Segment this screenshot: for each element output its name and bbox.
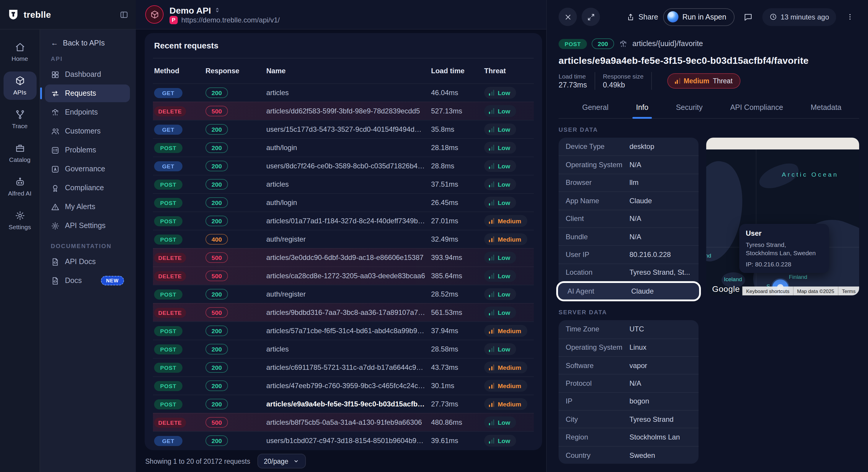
page-size-select[interactable]: 20/page <box>257 454 306 468</box>
threat-badge: Low <box>484 416 516 428</box>
sidebar-item-docs[interactable]: DocsNEW <box>45 272 130 290</box>
method-badge: POST <box>154 399 182 409</box>
request-row[interactable]: GET200articles46.04msLow <box>153 83 534 101</box>
request-row[interactable]: DELETE500articles/b8f75cb5-0a5a-31a4-a13… <box>153 413 534 431</box>
request-name: articles/c6911785-5721-311c-a7dd-b17a664… <box>266 363 431 372</box>
server-data-row-city: CityTyreso Strand <box>559 410 699 428</box>
status-badge: 200 <box>206 399 228 409</box>
request-row[interactable]: DELETE500articles/ca28cd8e-1272-3205-aa0… <box>153 266 534 285</box>
sidebar-item-requests[interactable]: Requests <box>45 85 130 102</box>
map-label-partial: nd <box>706 252 711 259</box>
brand-name: treblle <box>24 9 51 20</box>
close-button[interactable] <box>559 8 577 26</box>
request-row[interactable]: GET200users/15c177d3-5473-3527-9cd0-4015… <box>153 120 534 138</box>
status-badge: 500 <box>206 252 228 263</box>
share-button[interactable]: Share <box>626 13 658 21</box>
request-row[interactable]: DELETE500articles/9bdbd316-7aa7-3bc8-aa3… <box>153 303 534 321</box>
column-header-response: Response <box>206 67 266 75</box>
run-in-aspen-button[interactable]: Run in Aspen <box>663 8 735 26</box>
load-time: 26.45ms <box>431 199 484 207</box>
back-to-apis-link[interactable]: ← Back to APIs <box>51 39 136 47</box>
expand-icon <box>587 13 595 21</box>
status-badge: 200 <box>206 435 228 446</box>
request-name: articles/57a71cbe-f6f5-31c4-bd61-abd4c8a… <box>266 327 431 335</box>
request-row[interactable]: POST200articles37.51msLow <box>153 175 534 193</box>
request-row[interactable]: POST200auth/register28.52msLow <box>153 285 534 303</box>
load-time: 527.13ms <box>431 107 484 115</box>
request-row[interactable]: DELETE500articles/dd62f583-599f-3bfd-98e… <box>153 101 534 120</box>
method-badge: DELETE <box>154 271 186 281</box>
request-row[interactable]: POST200articles/01a77ad1-f184-327d-8c24-… <box>153 211 534 230</box>
rail-item-settings[interactable]: Settings <box>3 206 36 235</box>
divider <box>651 72 652 90</box>
load-time: 561.53ms <box>431 308 484 317</box>
table-header-row: MethodResponseNameLoad timeThreat <box>153 58 534 83</box>
request-row[interactable]: GET200users/8dc7f246-ce0b-3589-8cb0-c035… <box>153 156 534 175</box>
request-row[interactable]: POST200articles28.58msLow <box>153 340 534 358</box>
load-time: 480.86ms <box>431 418 484 426</box>
map-attribution-terms[interactable]: Terms <box>838 287 859 295</box>
load-time: 43.73ms <box>431 363 484 372</box>
sidebar-item-my-alerts[interactable]: My Alerts <box>45 198 130 216</box>
request-age-label: 13 minutes ago <box>781 13 829 21</box>
map-label-iceland: Iceland <box>724 276 742 283</box>
load-time: 28.18ms <box>431 144 484 152</box>
rail-item-trace[interactable]: Trace <box>3 105 36 134</box>
sidebar-item-problems[interactable]: Problems <box>45 141 130 159</box>
section-label-api: API <box>51 56 136 62</box>
endpoint-pattern[interactable]: articles/{uuid}/favorite <box>632 39 703 48</box>
location-map[interactable]: Arctic Ocean nd Iceland Finland S User T… <box>706 138 859 295</box>
server-data-row-region: RegionStockholms Lan <box>559 428 699 446</box>
request-row[interactable]: POST200articles/c6911785-5721-311c-a7dd-… <box>153 358 534 376</box>
method-badge: POST <box>154 216 182 226</box>
request-row[interactable]: GET200users/b1cbd027-c947-3d18-8154-8501… <box>153 431 534 449</box>
request-row[interactable]: POST200articles/57a71cbe-f6f5-31c4-bd61-… <box>153 321 534 340</box>
request-row[interactable]: POST200articles/e9a9a4eb-fe5e-3f15-9ec0-… <box>153 394 534 413</box>
threat-badge: Low <box>484 105 516 117</box>
expand-button[interactable] <box>582 8 600 26</box>
load-time: 27.73ms <box>431 400 484 408</box>
collapse-sidebar-button[interactable] <box>119 10 129 19</box>
threat-badge: Low <box>484 160 516 172</box>
request-row[interactable]: POST200articles/47eeb799-c760-3959-9bc3-… <box>153 376 534 394</box>
status-badge: 500 <box>206 271 228 281</box>
method-badge: DELETE <box>154 417 186 427</box>
map-attribution-map-data-2025[interactable]: Map data ©2025 <box>793 287 838 295</box>
threat-badge: Medium <box>484 215 527 227</box>
tab-metadata[interactable]: Metadata <box>810 98 843 118</box>
tab-api-compliance[interactable]: API Compliance <box>729 98 784 118</box>
rail-item-alfred-ai[interactable]: Alfred AI <box>3 173 36 201</box>
rail-item-home[interactable]: Home <box>3 38 36 66</box>
grid-icon <box>51 70 60 79</box>
status-badge: 500 <box>206 106 228 116</box>
request-title: articles/e9a9a4eb-fe5e-3f15-9ec0-b03d15a… <box>559 56 859 66</box>
rail-item-catalog[interactable]: Catalog <box>3 139 36 167</box>
endpoint-icon <box>619 39 628 48</box>
sidebar-item-customers[interactable]: Customers <box>45 122 130 140</box>
request-row[interactable]: POST200auth/login26.45msLow <box>153 193 534 211</box>
request-name: articles <box>266 180 431 188</box>
sidebar-item-governance[interactable]: Governance <box>45 160 130 178</box>
request-row[interactable]: POST400auth/register32.49msMedium <box>153 230 534 248</box>
user-data-row-bundle: BundleN/A <box>559 228 699 245</box>
sidebar-item-api-docs[interactable]: API Docs <box>45 253 130 271</box>
tab-security[interactable]: Security <box>675 98 704 118</box>
sidebar-item-dashboard[interactable]: Dashboard <box>45 65 130 83</box>
tab-info[interactable]: Info <box>635 98 650 118</box>
more-options-button[interactable] <box>841 8 859 26</box>
api-switcher-icon[interactable] <box>214 6 221 13</box>
google-logo[interactable]: Google <box>712 284 740 294</box>
sidebar-item-compliance[interactable]: Compliance <box>45 179 130 197</box>
sidebar-item-endpoints[interactable]: Endpoints <box>45 104 130 121</box>
request-row[interactable]: POST200auth/login28.18msLow <box>153 138 534 156</box>
map-attribution-keyboard-shortcuts[interactable]: Keyboard shortcuts <box>742 287 793 295</box>
request-row[interactable]: DELETE500articles/3e0ddc90-6dbf-3dd9-ac1… <box>153 248 534 266</box>
new-badge: NEW <box>101 276 124 285</box>
table-footer: Showing 1 to 20 of 20172 requests 20/pag… <box>136 450 546 472</box>
request-detail-panel: Share Run in Aspen 13 minutes ago POST 2 <box>546 0 868 472</box>
rail-item-apis[interactable]: APIs <box>3 71 36 100</box>
sidebar-item-api-settings[interactable]: API Settings <box>45 217 130 235</box>
icon-rail: HomeAPIsTraceCatalogAlfred AISettings <box>0 30 40 472</box>
tab-general[interactable]: General <box>581 98 610 118</box>
comment-button[interactable] <box>739 8 757 26</box>
